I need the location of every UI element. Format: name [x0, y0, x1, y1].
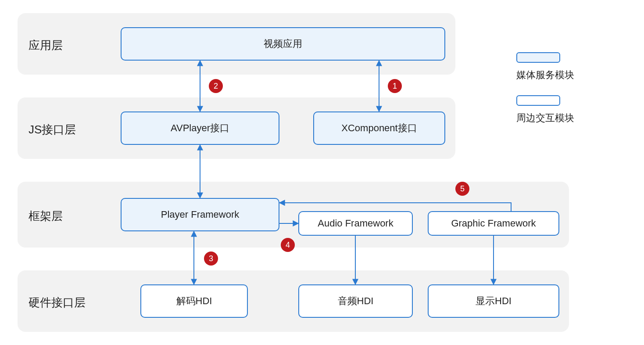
architecture-diagram: 应用层 JS接口层 框架层 硬件接口层 视频应用 AVPlayer接口 XCom… [0, 0, 644, 345]
badge-4: 4 [281, 238, 295, 252]
layer-label-app: 应用层 [29, 38, 63, 53]
node-audio-hdi: 音频HDI [298, 284, 413, 318]
legend-text-media: 媒体服务模块 [516, 68, 574, 82]
legend-text-peripheral: 周边交互模块 [516, 111, 574, 125]
badge-5: 5 [455, 182, 469, 196]
layer-label-hardware: 硬件接口层 [29, 295, 86, 310]
layer-label-framework: 框架层 [29, 208, 63, 224]
node-xcomponent: XComponent接口 [313, 111, 445, 145]
badge-3: 3 [204, 252, 218, 266]
node-decode-hdi: 解码HDI [140, 284, 248, 318]
node-video-app: 视频应用 [121, 27, 445, 61]
node-audio-fw: Audio Framework [298, 211, 413, 236]
layer-label-js: JS接口层 [29, 122, 76, 137]
node-display-hdi: 显示HDI [428, 284, 559, 318]
legend-swatch-media [516, 52, 560, 63]
node-player-fw: Player Framework [121, 198, 279, 231]
node-avplayer: AVPlayer接口 [121, 111, 279, 145]
legend-swatch-peripheral [516, 95, 560, 106]
node-graphic-fw: Graphic Framework [428, 211, 559, 236]
badge-2: 2 [209, 79, 223, 93]
badge-1: 1 [388, 79, 402, 93]
